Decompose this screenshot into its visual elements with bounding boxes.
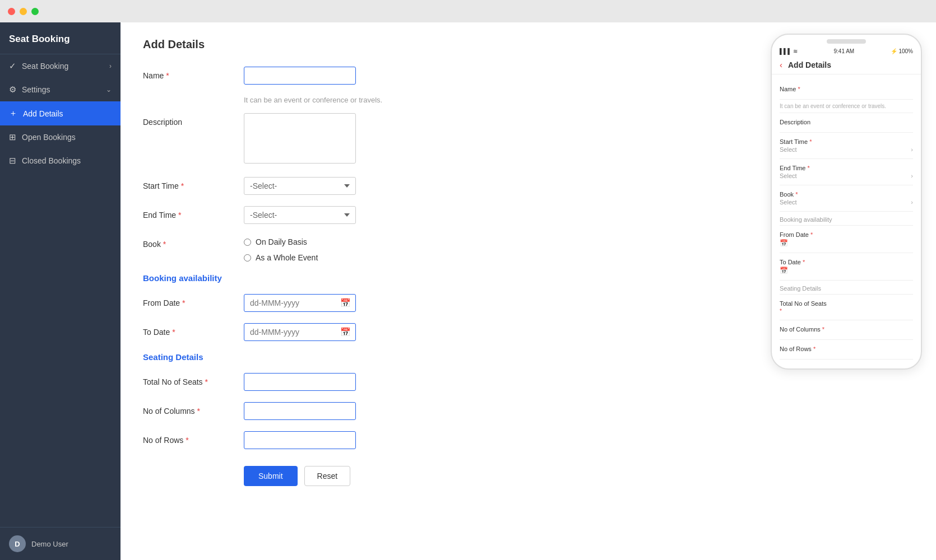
user-name: Demo User (31, 540, 68, 548)
sidebar-item-seat-booking[interactable]: ✓ Seat Booking › (0, 54, 121, 78)
description-input[interactable] (244, 113, 356, 164)
phone-to-date-calendar-icon: 📅 (780, 267, 788, 274)
phone-back-button[interactable]: ‹ (780, 60, 782, 69)
phone-nav: ‹ Add Details (772, 58, 921, 74)
submit-button[interactable]: Submit (244, 466, 298, 486)
description-row: Description (143, 113, 734, 166)
phone-field-name: Name * (780, 80, 913, 100)
to-date-field-wrapper: 📅 (244, 323, 356, 341)
page-title: Add Details (143, 38, 734, 51)
phone-frame: ▌▌▌ ≋ 9:41 AM ⚡ 100% ‹ Add Details Name … (771, 34, 922, 370)
from-date-row: From Date * 📅 (143, 294, 734, 312)
to-date-input[interactable] (244, 323, 356, 341)
plus-icon: ＋ (9, 108, 17, 119)
description-field-wrapper (244, 113, 356, 166)
phone-section-seating-details: Seating Details (780, 281, 913, 295)
phone-content: Name * It can be an event or conference … (772, 74, 921, 368)
phone-notch (827, 39, 866, 44)
radio-daily-label: On Daily Basis (256, 237, 307, 246)
phone-field-start-time: Start Time * Select › (780, 133, 913, 159)
name-field-wrapper (244, 67, 356, 85)
fullscreen-dot[interactable] (31, 8, 39, 15)
to-date-label: To Date * (143, 323, 233, 337)
book-label: Book * (143, 235, 233, 249)
titlebar (0, 0, 936, 22)
mobile-preview: ▌▌▌ ≋ 9:41 AM ⚡ 100% ‹ Add Details Name … (757, 22, 936, 560)
phone-chevron-start-time: › (911, 146, 913, 153)
end-time-select[interactable]: -Select- (244, 206, 356, 224)
book-row: Book * On Daily Basis As a Whole Event (143, 235, 734, 262)
start-time-label: Start Time * (143, 177, 233, 190)
phone-field-from-date: From Date * 📅 (780, 226, 913, 253)
close-dot[interactable] (8, 8, 15, 15)
form-buttons: Submit Reset (244, 466, 734, 486)
sidebar-item-label: Open Bookings (22, 133, 76, 142)
no-columns-label: No of Columns * (143, 402, 233, 416)
phone-field-no-columns: No of Columns * (780, 320, 913, 340)
total-seats-row: Total No of Seats * (143, 373, 734, 391)
name-required-marker: * (166, 71, 169, 80)
form-area: Add Details Name * It can be an event or… (121, 22, 757, 560)
phone-section-booking-availability: Booking availability (780, 212, 913, 226)
reset-button[interactable]: Reset (304, 466, 351, 486)
phone-from-date-calendar-icon: 📅 (780, 239, 788, 247)
to-date-row: To Date * 📅 (143, 323, 734, 341)
radio-whole-label: As a Whole Event (256, 253, 318, 262)
no-rows-input[interactable] (244, 431, 356, 449)
sidebar-item-label: Seat Booking (22, 62, 68, 71)
phone-field-no-rows: No of Rows * (780, 340, 913, 360)
phone-chevron-book: › (911, 199, 913, 206)
phone-chevron-end-time: › (911, 172, 913, 179)
phone-time: 9:41 AM (833, 48, 854, 54)
name-input[interactable] (244, 67, 356, 85)
total-seats-label: Total No of Seats * (143, 373, 233, 386)
phone-status-bar: ▌▌▌ ≋ 9:41 AM ⚡ 100% (772, 46, 921, 58)
total-seats-input[interactable] (244, 373, 356, 391)
phone-field-hint: It can be an event or conference or trav… (780, 100, 913, 113)
book-options: On Daily Basis As a Whole Event (244, 235, 356, 262)
from-date-field-wrapper: 📅 (244, 294, 356, 312)
total-seats-field-wrapper (244, 373, 356, 391)
phone-field-book: Book * Select › (780, 185, 913, 212)
end-time-row: End Time * -Select- (143, 206, 734, 224)
name-label: Name * (143, 67, 233, 80)
sidebar-item-add-details[interactable]: ＋ Add Details (0, 101, 121, 125)
minimize-dot[interactable] (20, 8, 27, 15)
gear-icon: ⚙ (9, 85, 16, 95)
sidebar-footer: D Demo User (0, 527, 121, 560)
to-date-calendar-icon[interactable]: 📅 (340, 327, 351, 337)
radio-daily-basis[interactable]: On Daily Basis (244, 237, 356, 246)
chevron-down-icon: ⌄ (106, 86, 112, 94)
phone-signal-icon: ▌▌▌ ≋ (780, 48, 798, 54)
radio-whole-input[interactable] (244, 254, 251, 262)
content-area: Add Details Name * It can be an event or… (121, 22, 936, 560)
phone-field-description: Description (780, 113, 913, 133)
booking-availability-heading: Booking availability (143, 273, 734, 283)
phone-field-total-seats: Total No of Seats * (780, 295, 913, 320)
chevron-right-icon: › (109, 62, 112, 70)
sidebar-item-settings[interactable]: ⚙ Settings ⌄ (0, 78, 121, 101)
no-columns-field-wrapper (244, 402, 356, 420)
sidebar-item-closed-bookings[interactable]: ⊟ Closed Bookings (0, 149, 121, 172)
sidebar-item-open-bookings[interactable]: ⊞ Open Bookings (0, 125, 121, 149)
phone-field-end-time: End Time * Select › (780, 159, 913, 185)
end-time-label: End Time * (143, 206, 233, 220)
check-icon: ✓ (9, 61, 16, 71)
start-time-field-wrapper: -Select- (244, 177, 356, 195)
start-time-row: Start Time * -Select- (143, 177, 734, 195)
from-date-calendar-icon[interactable]: 📅 (340, 298, 351, 308)
no-columns-input[interactable] (244, 402, 356, 420)
phone-field-to-date: To Date * 📅 (780, 253, 913, 281)
sidebar-item-label: Settings (22, 85, 50, 94)
start-time-select[interactable]: -Select- (244, 177, 356, 195)
sidebar-title: Seat Booking (0, 22, 121, 54)
radio-daily-input[interactable] (244, 239, 251, 246)
phone-battery: ⚡ 100% (891, 48, 913, 54)
name-hint: It can be an event or conference or trav… (244, 96, 734, 104)
grid-icon: ⊞ (9, 132, 16, 142)
no-rows-label: No of Rows * (143, 431, 233, 445)
radio-whole-event[interactable]: As a Whole Event (244, 253, 356, 262)
from-date-input[interactable] (244, 294, 356, 312)
description-label: Description (143, 113, 233, 127)
no-columns-row: No of Columns * (143, 402, 734, 420)
